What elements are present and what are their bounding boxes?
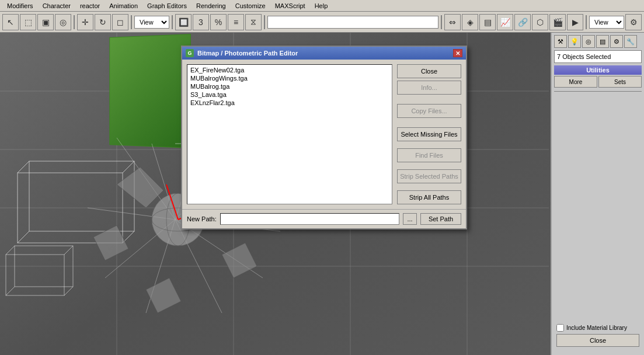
include-material-label: Include Material Library xyxy=(566,325,627,331)
panel-icon-1[interactable]: ⚒ xyxy=(554,35,567,48)
dialog-title-text: Bitmap / Photometric Path Editor xyxy=(197,50,298,57)
toolbar-sep-1 xyxy=(74,15,75,29)
btn-spacer-2 xyxy=(397,120,461,125)
filter-btn[interactable]: ⧖ xyxy=(245,14,262,30)
panel-icon-2[interactable]: 💡 xyxy=(568,35,581,48)
svg-line-12 xyxy=(18,231,29,243)
more-sets-row: More Sets xyxy=(554,76,642,88)
svg-line-17 xyxy=(64,246,73,255)
material-btn[interactable]: ⬡ xyxy=(532,14,548,30)
more-btn[interactable]: More xyxy=(554,76,597,88)
select-missing-files-btn[interactable]: Select Missing Files xyxy=(397,127,461,141)
svg-rect-9 xyxy=(29,161,134,231)
info-btn[interactable]: Info... xyxy=(397,81,461,95)
menu-character[interactable]: Character xyxy=(38,1,75,11)
list-item[interactable]: MUBalrogWings.tga xyxy=(189,74,391,82)
list-item[interactable]: S3_Lava.tga xyxy=(189,91,391,99)
view-dropdown[interactable]: View xyxy=(134,16,169,29)
include-material-checkbox[interactable] xyxy=(556,324,564,332)
curve-editor-btn[interactable]: 📈 xyxy=(497,14,513,30)
svg-line-10 xyxy=(18,161,29,173)
menu-animation[interactable]: Animation xyxy=(105,1,142,11)
dialog-close-x-btn[interactable]: ✕ xyxy=(453,49,462,57)
new-path-label: New Path: xyxy=(187,215,217,222)
panel-icon-6[interactable]: 🔧 xyxy=(624,35,637,48)
schematic-btn[interactable]: 🔗 xyxy=(514,14,531,30)
render-setup-btn[interactable]: 🎬 xyxy=(549,14,566,30)
menu-bar: Modifiers Character reactor Animation Gr… xyxy=(0,0,644,12)
new-path-input[interactable] xyxy=(220,213,399,225)
select-tool-btn[interactable]: ↖ xyxy=(2,14,19,30)
objects-selected-text: 7 Objects Selected xyxy=(557,53,611,60)
menu-rendering[interactable]: Rendering xyxy=(192,1,231,11)
strip-selected-paths-btn[interactable]: Strip Selected Paths xyxy=(397,169,461,183)
btn-spacer-1 xyxy=(397,97,461,102)
toolbar-sep-2 xyxy=(131,15,132,29)
find-files-btn[interactable]: Find Files xyxy=(397,148,461,162)
utilities-label: Utilities xyxy=(586,67,610,74)
menu-reactor[interactable]: reactor xyxy=(75,1,105,11)
browse-btn[interactable]: ... xyxy=(403,213,417,225)
panel-icon-3[interactable]: ◎ xyxy=(582,35,595,48)
dialog-body: EX_FireNew02.tga MUBalrogWings.tga MUBal… xyxy=(182,60,466,209)
copy-files-btn[interactable]: Copy Files... xyxy=(397,104,461,118)
right-panel-close-btn[interactable]: Close xyxy=(556,334,639,347)
dialog-app-icon: G xyxy=(186,49,194,57)
btn-spacer-4 xyxy=(397,165,461,167)
svg-line-18 xyxy=(6,287,15,295)
spinner-snap-btn[interactable]: ≡ xyxy=(228,14,244,30)
objects-selected-bar: 7 Objects Selected xyxy=(554,50,642,63)
close-dialog-btn[interactable]: Close xyxy=(397,64,461,78)
sets-btn[interactable]: Sets xyxy=(598,76,642,88)
render-btn[interactable]: ▶ xyxy=(567,14,583,30)
list-item[interactable]: MUBalrog.tga xyxy=(189,82,391,91)
dialog-titlebar: G Bitmap / Photometric Path Editor ✕ xyxy=(182,47,466,60)
viewport-3d[interactable]: G Bitmap / Photometric Path Editor ✕ EX_… xyxy=(0,33,551,355)
strip-all-paths-btn[interactable]: Strip All Paths xyxy=(397,190,461,204)
scale-uniform-btn[interactable]: ◻ xyxy=(112,14,128,30)
toolbar-sep-3 xyxy=(172,15,173,29)
main-toolbar: ↖ ⬚ ▣ ◎ ✛ ↻ ◻ View 🔲 3 % ≡ ⧖ ⇔ ◈ ▤ 📈 🔗 ⬡… xyxy=(0,12,644,33)
move-btn[interactable]: ✛ xyxy=(77,14,93,30)
toolbar-sep-4 xyxy=(264,15,265,29)
btn-spacer-5 xyxy=(397,186,461,188)
snap-toggle-btn[interactable]: 🔲 xyxy=(175,14,192,30)
menu-help[interactable]: Help xyxy=(310,1,333,11)
layer-btn[interactable]: ▤ xyxy=(479,14,496,30)
panel-icon-5[interactable]: ⚙ xyxy=(610,35,623,48)
set-path-btn[interactable]: Set Path xyxy=(420,213,461,225)
panel-icons-row: ⚒ 💡 ◎ ▤ ⚙ 🔧 xyxy=(554,35,642,48)
dialog-footer: New Path: ... Set Path xyxy=(182,209,466,228)
btn-spacer-3 xyxy=(397,144,461,146)
svg-line-16 xyxy=(6,246,15,255)
menu-modifiers[interactable]: Modifiers xyxy=(2,1,38,11)
dialog-title-left: G Bitmap / Photometric Path Editor xyxy=(186,49,298,57)
bitmap-path-editor-dialog: G Bitmap / Photometric Path Editor ✕ EX_… xyxy=(181,46,467,229)
named-sel-dropdown[interactable] xyxy=(267,16,438,29)
rect-select-btn[interactable]: ▣ xyxy=(37,14,54,30)
menu-customize[interactable]: Customize xyxy=(231,1,270,11)
list-item[interactable]: EX_FireNew02.tga xyxy=(189,66,391,74)
percent-snap-btn[interactable]: % xyxy=(210,14,227,30)
main-layout: G Bitmap / Photometric Path Editor ✕ EX_… xyxy=(0,33,644,355)
include-material-row: Include Material Library xyxy=(556,324,639,332)
list-item[interactable]: EXLnzFlar2.tga xyxy=(189,99,391,107)
circle-select-btn[interactable]: ◎ xyxy=(55,14,71,30)
menu-graph-editors[interactable]: Graph Editors xyxy=(142,1,192,11)
toolbar-sep-5 xyxy=(441,15,442,29)
rotate-btn[interactable]: ↻ xyxy=(95,14,111,30)
panel-divider xyxy=(554,91,642,92)
view-dropdown-2[interactable]: View xyxy=(589,16,624,29)
svg-line-19 xyxy=(64,287,73,295)
svg-marker-35 xyxy=(117,167,163,208)
align-btn[interactable]: ◈ xyxy=(462,14,478,30)
menu-maxscript[interactable]: MAXScript xyxy=(270,1,310,11)
region-select-btn[interactable]: ⬚ xyxy=(20,14,36,30)
file-listbox[interactable]: EX_FireNew02.tga MUBalrogWings.tga MUBal… xyxy=(187,64,392,204)
mirror-btn[interactable]: ⇔ xyxy=(444,14,461,30)
panel-icon-4[interactable]: ▤ xyxy=(596,35,609,48)
svg-marker-37 xyxy=(93,225,128,260)
extra-btn[interactable]: ⚙ xyxy=(625,14,642,30)
svg-line-11 xyxy=(123,161,134,173)
angle-snap-btn[interactable]: 3 xyxy=(193,14,209,30)
